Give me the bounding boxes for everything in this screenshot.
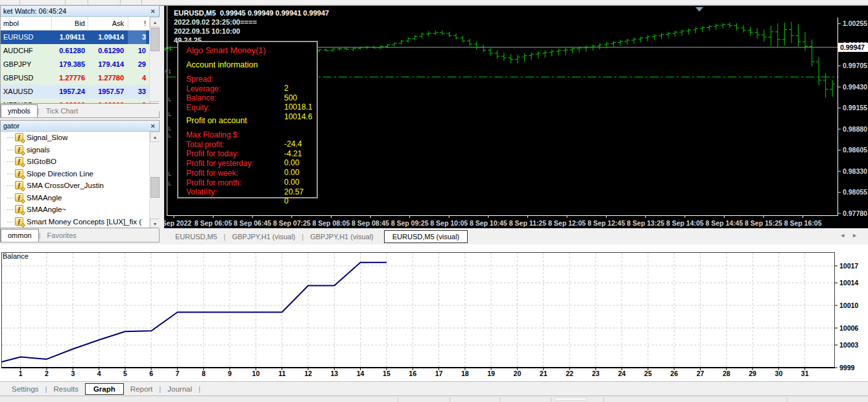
ask-cell: 1.09414 <box>88 30 124 44</box>
tester-tab-report[interactable]: Report <box>124 385 160 393</box>
sidebar-item-sma-crossover-justin[interactable]: ƒSMA CrossOver_Justin <box>1 180 150 191</box>
tab-ymbols[interactable]: ymbols <box>1 104 38 117</box>
status-strip <box>0 396 868 402</box>
tree-connector <box>7 137 14 138</box>
x-tick-label: 2 <box>45 370 49 377</box>
tab-scroll-arrows[interactable]: ◄► <box>839 232 864 239</box>
navigator-scrollbar[interactable]: ▲▼ <box>149 132 160 229</box>
scroll-up-icon[interactable]: ▲ <box>150 17 160 27</box>
scroll-up-icon[interactable]: ▲ <box>150 132 160 142</box>
tree-connector <box>7 198 14 198</box>
chart-tab-3[interactable]: GBPJPY,H1 (visual) <box>304 233 380 241</box>
x-tick-label: 15 <box>383 370 391 377</box>
symbol-cell: AUDCHF <box>3 44 33 58</box>
x-tick-label: 16 <box>409 370 416 377</box>
info-row-label: Profit for today: <box>186 149 239 158</box>
indicator-diamond-icon <box>21 163 25 167</box>
chart-tab-4[interactable]: EURUSD,M5 (visual) <box>384 230 468 243</box>
price-tick-label: 0.98605 <box>843 146 867 154</box>
scroll-thumb[interactable] <box>151 28 160 51</box>
toolbar-separator <box>120 0 121 5</box>
column-header-symbol[interactable]: mbol <box>3 17 19 30</box>
table-row[interactable]: AUDCHF0.612800.6129010 <box>1 44 150 58</box>
sidebar-item-label: SIGtoBO <box>27 156 56 167</box>
sidebar-item-label: SMAAngle~ <box>27 204 66 215</box>
status-divider <box>398 397 398 402</box>
chart-window[interactable]: 1.002550.999800.997050.994300.991550.988… <box>160 5 868 228</box>
ask-cell: 1.27780 <box>88 71 124 85</box>
status-divider <box>450 397 450 402</box>
x-tick-label: 18 <box>461 370 469 377</box>
close-icon[interactable]: ✕ <box>151 121 156 132</box>
chart-tab-1[interactable]: EURUSD,M5 <box>169 233 224 241</box>
x-tick-label: 29 <box>749 370 756 377</box>
column-header-ask[interactable]: Ask <box>88 17 124 30</box>
y-tick-label: 10006 <box>839 324 858 332</box>
close-icon[interactable]: ✕ <box>151 6 156 17</box>
info-row-label: Balance: <box>186 93 217 102</box>
market-watch-rows: EURUSD1.094111.094143AUDCHF0.612800.6129… <box>1 30 150 112</box>
sidebar-item-smaangle[interactable]: ƒSMAAngle <box>1 192 150 204</box>
price-tick-label: 0.99155 <box>843 104 867 112</box>
status-divider <box>551 397 551 402</box>
tab-tick-chart[interactable]: Tick Chart <box>40 105 85 117</box>
sidebar-item-slope-direction-line[interactable]: ƒSlope Direction Line <box>1 168 150 180</box>
tab-ommon[interactable]: ommon <box>1 229 39 242</box>
chart-tab-2[interactable]: GBPJPY,H1 (visual) <box>226 233 302 241</box>
ask-cell: 0.61290 <box>88 44 124 58</box>
info-row: Equity:10014.6 <box>186 103 313 112</box>
chart-canvas[interactable]: 1.002550.999800.997050.994300.991550.988… <box>164 6 868 229</box>
table-row[interactable]: GBPJPY179.385179.41429 <box>1 58 150 71</box>
sidebar-item-signals[interactable]: ƒsignals <box>1 144 150 156</box>
sidebar-item-signal-slow[interactable]: ƒSignal_Slow <box>1 132 150 143</box>
time-tick-label: 8 Sep 08:05 <box>313 219 350 227</box>
sidebar-item-sigtobo[interactable]: ƒSIGtoBO <box>1 156 150 167</box>
sidebar-item-label: Slope Direction Line <box>27 168 93 180</box>
tester-tab-graph[interactable]: Graph <box>85 383 124 395</box>
market-watch-tabs: ymbols|Tick Chart <box>1 103 159 117</box>
x-tick-label: 12 <box>304 370 312 377</box>
table-row[interactable]: GBPUSD1.277761.277804 <box>1 71 150 85</box>
x-tick-label: 5 <box>123 370 127 377</box>
trade-marker: #1 <box>165 68 171 75</box>
indicator-icon: ƒ <box>15 157 23 165</box>
table-row[interactable]: XAUUSD1957.241957.5733 <box>1 85 150 99</box>
tab-favorites[interactable]: Favorites <box>41 230 83 242</box>
low-marker: L <box>168 111 171 117</box>
time-tick-label: 8 Sep 14:05 <box>666 219 704 227</box>
column-separator <box>128 17 128 30</box>
symbol-cell: GBPUSD <box>3 71 33 85</box>
time-tick-label: 8 Sep 06:05 <box>195 219 232 227</box>
navigator-list: ƒSignal_SlowƒsignalsƒSIGtoBOƒSlope Direc… <box>1 132 150 229</box>
sidebar-item-smart-money-concepts-lux-fix-[interactable]: ƒSmart Money Concepts [LUX]_fix ( <box>1 216 150 228</box>
market-watch-title: ket Watch: 06:45:24 <box>3 7 66 15</box>
info-row-label: Total profit: <box>186 140 224 149</box>
tester-tab-results[interactable]: Results <box>47 385 85 393</box>
tree-connector <box>7 161 14 162</box>
info-row: Max Floating $:-24.4 <box>186 130 313 139</box>
market-watch-titlebar[interactable]: ket Watch: 06:45:24 ✕ <box>1 6 159 17</box>
tester-tab-settings[interactable]: Settings <box>5 385 45 393</box>
column-header-bid[interactable]: Bid <box>49 17 85 30</box>
chart-comment-line2: 2022.09.15 10:10:00 <box>174 27 240 35</box>
ea-info-panel: Algo Smart Money(1)Account informationSp… <box>177 41 318 198</box>
info-row-value: 0 <box>284 196 289 206</box>
tester-tab-journal[interactable]: Journal <box>161 385 199 393</box>
time-tick-label: 8 Sep 16:05 <box>784 219 822 227</box>
time-tick-label: 8 Sep 14:45 <box>706 219 743 227</box>
navigator-titlebar[interactable]: gator ✕ <box>1 121 159 132</box>
chart-end-marker-icon[interactable] <box>695 7 703 12</box>
price-tick-label: 0.99430 <box>843 83 867 91</box>
scroll-thumb[interactable] <box>151 177 160 198</box>
tester-graph-section: 1234567891011121314151617181920212223242… <box>0 244 868 381</box>
navigator-tabs: ommon|Favorites <box>1 228 159 242</box>
market-watch-scrollbar[interactable]: ▲▼ <box>149 17 160 112</box>
column-header-spread[interactable]: ! <box>133 17 146 30</box>
x-tick-label: 24 <box>618 370 626 377</box>
sidebar-item-smaangle-[interactable]: ƒSMAAngle~ <box>1 204 150 215</box>
ask-cell: 1957.57 <box>88 85 124 99</box>
x-tick-label: 10 <box>252 370 260 377</box>
table-row[interactable]: EURUSD1.094111.094143 <box>1 30 150 44</box>
info-row-label: Equity: <box>186 103 210 112</box>
status-divider <box>603 397 604 402</box>
